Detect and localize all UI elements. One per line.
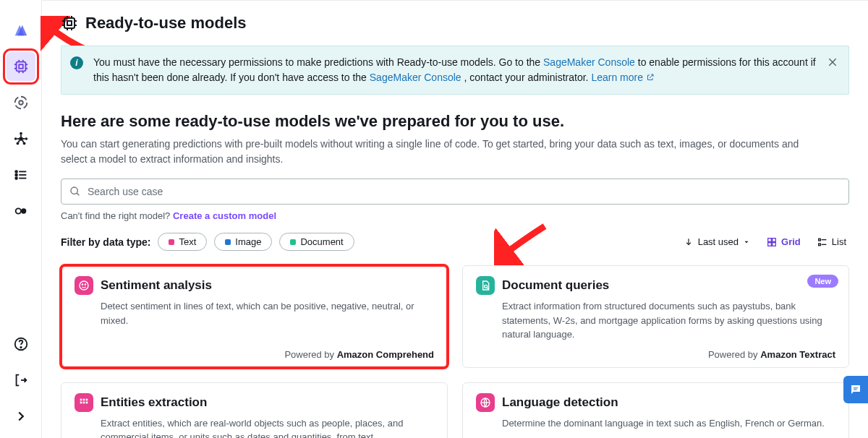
view-list[interactable]: List [814,235,849,249]
svg-point-22 [15,171,17,173]
nav-logout[interactable] [7,366,35,395]
page-title: Ready-to-use models [85,14,247,33]
nav-network[interactable] [7,124,35,153]
svg-rect-0 [16,62,25,72]
view-grid[interactable]: Grid [763,235,804,249]
sagemaker-console-link-2[interactable]: SageMaker Console [370,72,461,83]
card-description: Extract information from structured docu… [476,299,835,342]
svg-point-56 [80,281,88,290]
svg-rect-66 [86,401,88,403]
nav-home[interactable] [7,16,35,45]
sagemaker-console-link-1[interactable]: SageMaker Console [543,56,635,68]
card-title: Document queries [502,278,609,293]
nav-list[interactable] [7,160,35,189]
svg-point-57 [82,284,82,285]
card-description: Extract entities, which are real-world o… [75,416,434,439]
search-icon [69,186,81,200]
svg-rect-48 [768,238,772,241]
filter-chip-image[interactable]: Image [214,233,272,251]
new-badge: New [807,275,838,288]
nav-expand[interactable] [7,402,35,431]
main-content: Ready-to-use models i You must have the … [42,0,868,438]
create-custom-model-link[interactable]: Create a custom model [173,210,276,221]
info-icon: i [70,56,83,69]
svg-rect-64 [80,401,82,403]
svg-point-58 [85,284,85,285]
svg-point-31 [20,347,21,348]
section-subtitle: You can start generating predictions wit… [61,137,827,167]
card-title: Sentiment analysis [101,278,212,293]
filter-chip-text[interactable]: Text [158,233,207,251]
search-container [61,179,849,205]
svg-rect-51 [773,242,776,246]
nav-help[interactable] [7,330,35,358]
svg-rect-49 [773,238,776,241]
svg-point-13 [25,137,27,140]
svg-rect-62 [83,398,85,400]
svg-point-24 [15,174,17,176]
svg-line-46 [77,193,79,195]
svg-point-28 [15,208,20,213]
chat-fab[interactable] [843,376,868,403]
card-language-detection[interactable]: Language detection Determine the dominan… [462,382,849,439]
entities-icon [75,393,93,412]
page-header: Ready-to-use models [61,14,849,33]
svg-rect-33 [64,18,75,28]
learn-more-link[interactable]: Learn more [591,72,654,83]
svg-line-60 [487,288,488,289]
permissions-banner: i You must have the necessary permission… [61,46,849,95]
card-footer: Powered by Amazon Textract [476,349,835,360]
nav-toggle[interactable] [7,197,35,226]
svg-point-12 [20,132,22,135]
svg-point-10 [19,100,23,105]
filter-label: Filter by data type: [61,236,150,248]
document-icon [476,276,495,295]
card-document-queries[interactable]: New Document queries Extract information… [462,265,849,368]
sidebar [0,0,42,438]
svg-rect-50 [768,242,772,246]
svg-rect-34 [67,21,72,25]
card-sentiment-analysis[interactable]: Sentiment analysis Detect sentiment in l… [61,265,448,368]
sort-dropdown[interactable]: Last used [684,236,750,247]
language-icon [476,393,495,412]
nav-ready-to-use-models[interactable] [7,52,35,81]
banner-close-button[interactable] [827,56,838,72]
svg-rect-1 [19,64,23,69]
card-footer: Powered by Amazon Comprehend [75,349,434,360]
svg-rect-63 [86,398,88,400]
search-input[interactable] [61,179,849,205]
svg-point-29 [21,208,26,213]
filter-row: Filter by data type: Text Image Document… [61,233,849,251]
section-title: Here are some ready-to-use models we've … [61,112,849,131]
card-description: Detect sentiment in lines of text, which… [75,299,434,342]
svg-rect-52 [818,239,820,241]
svg-rect-65 [83,401,85,403]
card-description: Determine the dominant language in text … [476,416,835,439]
nav-datasets[interactable] [7,88,35,117]
cpu-icon [61,14,78,32]
custom-model-subline: Can't find the right model? Create a cus… [61,210,849,221]
card-title: Language detection [502,395,618,410]
model-cards-grid: Sentiment analysis Detect sentiment in l… [61,265,849,438]
svg-line-21 [22,140,23,142]
sentiment-icon [75,276,93,295]
card-entities-extraction[interactable]: Entities extraction Extract entities, wh… [61,382,448,439]
card-title: Entities extraction [101,395,207,410]
svg-rect-61 [80,398,82,400]
svg-point-26 [15,177,17,179]
svg-line-20 [18,140,20,142]
svg-rect-54 [818,244,820,246]
svg-point-14 [14,137,17,140]
filter-chip-document[interactable]: Document [279,233,354,251]
svg-point-45 [71,187,77,194]
